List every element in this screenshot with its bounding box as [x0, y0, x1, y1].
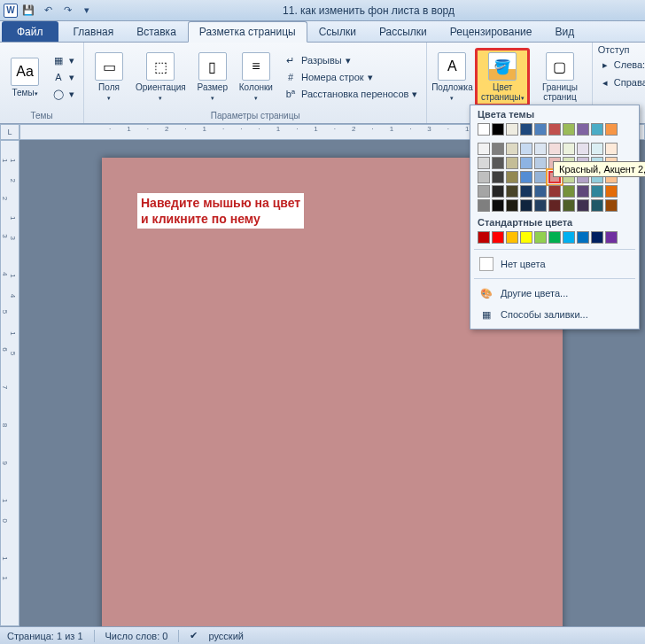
columns-button[interactable]: ≡ Колонки▾: [236, 50, 276, 104]
tab-references[interactable]: Ссылки: [307, 21, 368, 42]
ruler-toggle[interactable]: L: [0, 124, 19, 140]
proofing-icon[interactable]: ✔: [190, 630, 198, 641]
page-borders-button[interactable]: ▢ Границы страниц: [533, 50, 587, 104]
color-swatch[interactable]: [577, 231, 589, 244]
page-color-button[interactable]: 🪣 Цвет страницы▾: [475, 48, 530, 106]
color-swatch[interactable]: [548, 123, 561, 136]
color-swatch[interactable]: [478, 185, 490, 198]
theme-fonts-button[interactable]: A▾: [48, 69, 78, 85]
color-swatch[interactable]: [534, 171, 547, 183]
tab-review[interactable]: Рецензирование: [439, 21, 544, 42]
fill-effects-item[interactable]: ▦ Способы заливки...: [470, 304, 639, 325]
undo-icon[interactable]: ↶: [39, 2, 57, 19]
color-swatch[interactable]: [506, 231, 518, 244]
color-swatch[interactable]: [506, 143, 518, 155]
line-numbers-button[interactable]: #Номера строк ▾: [280, 69, 421, 85]
color-swatch[interactable]: [577, 199, 589, 212]
color-swatch[interactable]: [591, 143, 603, 155]
color-swatch[interactable]: [506, 157, 518, 169]
color-swatch[interactable]: [520, 185, 532, 198]
color-swatch[interactable]: [520, 143, 532, 155]
color-swatch[interactable]: [548, 199, 561, 212]
color-swatch[interactable]: [605, 185, 618, 198]
size-icon: ▯: [198, 52, 227, 81]
tab-insert[interactable]: Вставка: [125, 21, 188, 42]
color-swatch[interactable]: [506, 199, 518, 212]
watermark-button[interactable]: A Подложка▾: [432, 50, 471, 104]
color-swatch[interactable]: [591, 185, 603, 198]
tab-mailings[interactable]: Рассылки: [368, 21, 439, 42]
hyphenation-button[interactable]: bªРасстановка переносов ▾: [280, 86, 421, 102]
margins-button[interactable]: ▭ Поля▾: [89, 50, 128, 104]
group-page-setup: ▭ Поля▾ ⬚ Ориентация▾ ▯ Размер▾ ≡ Колонк…: [84, 43, 427, 123]
color-swatch[interactable]: [548, 231, 561, 244]
color-swatch[interactable]: [591, 123, 603, 136]
color-swatch[interactable]: [577, 185, 589, 198]
save-icon[interactable]: 💾: [19, 2, 37, 19]
color-swatch[interactable]: [605, 199, 618, 212]
redo-icon[interactable]: ↷: [58, 2, 76, 19]
color-swatch[interactable]: [492, 123, 504, 136]
color-swatch[interactable]: [492, 143, 504, 155]
color-swatch[interactable]: [534, 157, 547, 169]
color-swatch[interactable]: [520, 123, 532, 136]
color-swatch[interactable]: [563, 185, 575, 198]
color-swatch[interactable]: [478, 231, 490, 244]
color-swatch[interactable]: [478, 199, 490, 212]
color-swatch[interactable]: [478, 123, 490, 136]
orientation-button[interactable]: ⬚ Ориентация▾: [132, 50, 190, 104]
tab-file[interactable]: Файл: [2, 21, 58, 42]
status-language[interactable]: русский: [208, 631, 243, 641]
color-swatch[interactable]: [534, 231, 547, 244]
status-bar: Страница: 1 из 1 Число слов: 0 ✔ русский: [0, 626, 645, 644]
color-swatch[interactable]: [520, 171, 532, 183]
color-swatch[interactable]: [492, 231, 504, 244]
color-swatch[interactable]: [492, 157, 504, 169]
color-swatch[interactable]: [506, 171, 518, 183]
color-swatch[interactable]: [520, 199, 532, 212]
theme-colors-row: [470, 121, 639, 137]
color-swatch[interactable]: [478, 157, 490, 169]
color-swatch[interactable]: [534, 123, 547, 136]
color-swatch[interactable]: [492, 199, 504, 212]
color-swatch[interactable]: [605, 123, 618, 136]
color-swatch[interactable]: [492, 185, 504, 198]
color-swatch[interactable]: [591, 199, 603, 212]
color-swatch[interactable]: [591, 231, 603, 244]
tab-home[interactable]: Главная: [62, 21, 126, 42]
breaks-button[interactable]: ↵Разрывы ▾: [280, 52, 421, 68]
color-swatch[interactable]: [548, 143, 561, 155]
color-swatch[interactable]: [506, 123, 518, 136]
themes-button[interactable]: Aa Темы▾: [5, 56, 44, 99]
color-swatch[interactable]: [548, 185, 561, 198]
color-swatch[interactable]: [492, 171, 504, 183]
status-word-count[interactable]: Число слов: 0: [105, 631, 168, 641]
color-swatch[interactable]: [563, 231, 575, 244]
color-swatch[interactable]: [563, 123, 575, 136]
theme-colors-button[interactable]: ▦▾: [48, 52, 78, 68]
color-swatch[interactable]: [478, 171, 490, 183]
qat-customize-icon[interactable]: ▾: [78, 2, 96, 19]
color-swatch[interactable]: [605, 143, 618, 155]
color-swatch[interactable]: [478, 143, 490, 155]
more-colors-item[interactable]: 🎨 Другие цвета...: [470, 283, 639, 304]
color-swatch[interactable]: [605, 231, 618, 244]
status-page[interactable]: Страница: 1 из 1: [7, 631, 83, 641]
color-swatch[interactable]: [563, 199, 575, 212]
tab-view[interactable]: Вид: [543, 21, 586, 42]
color-swatch[interactable]: [534, 143, 547, 155]
color-swatch[interactable]: [577, 143, 589, 155]
no-color-item[interactable]: Нет цвета: [470, 253, 639, 275]
color-swatch[interactable]: [534, 185, 547, 198]
color-swatch[interactable]: [577, 123, 589, 136]
color-swatch[interactable]: [520, 231, 532, 244]
color-swatch[interactable]: [520, 157, 532, 169]
tab-page-layout[interactable]: Разметка страницы: [188, 21, 307, 43]
vertical-ruler[interactable]: 1 2 3 4 5 6 7 8 9 10 11 12 13 14 15: [0, 140, 19, 626]
color-swatch[interactable]: [534, 199, 547, 212]
color-swatch[interactable]: [563, 143, 575, 155]
color-swatch[interactable]: [506, 185, 518, 198]
quick-access-toolbar: W 💾 ↶ ↷ ▾: [4, 2, 96, 19]
size-button[interactable]: ▯ Размер▾: [193, 50, 232, 104]
theme-effects-button[interactable]: ◯▾: [48, 86, 78, 102]
